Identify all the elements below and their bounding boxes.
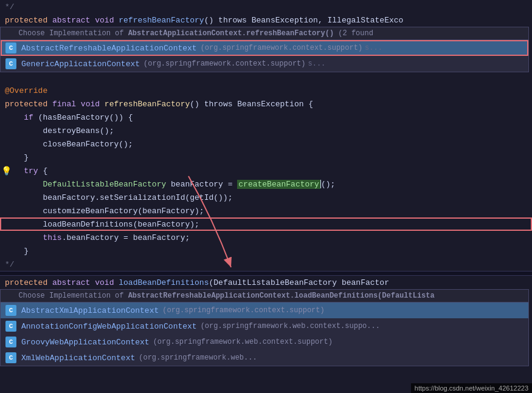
code-line-loadBeanDefinitions: loadBeanDefinitions(beanFactory); (0, 217, 532, 231)
class-icon: C (5, 321, 16, 332)
class-name: AnnotationConfigWebApplicationContext (21, 322, 197, 331)
dropdown-item-AbstractXmlApplicationContext[interactable]: C AbstractXmlApplicationContext (org.spr… (1, 302, 528, 318)
code-line-refreshFactory-impl: protected final void refreshBeanFactory(… (0, 97, 532, 111)
code-line-customizeBeanFactory: customizeBeanFactory(beanFactory); (0, 204, 532, 217)
dropdown-loadBeanDefinitions[interactable]: Choose Implementation of AbstractRefresh… (0, 289, 529, 366)
class-name: GenericApplicationContext (21, 60, 140, 69)
dropdown-refreshBeanFactory[interactable]: Choose Implementation of AbstractApplica… (0, 27, 529, 72)
dropdown-item-GroovyWebApplicationContext[interactable]: C GroovyWebApplicationContext (org.sprin… (1, 334, 528, 350)
class-icon: C (5, 305, 16, 316)
dropdown-item-XmlWebApplicationContext[interactable]: C XmlWebApplicationContext (org.springfr… (1, 350, 528, 366)
bulb-icon: 💡 (1, 166, 12, 176)
dropdown-item-GenericApplicationContext[interactable]: C GenericApplicationContext (org.springf… (1, 56, 528, 72)
class-icon: C (5, 43, 16, 53)
package-name: (org.springframework.context.support) (201, 44, 362, 52)
code-line-try: 💡 try { (0, 164, 532, 177)
code-line-thisBeanFactory: this.beanFactory = beanFactory; (0, 231, 532, 244)
extra-text: s... (308, 60, 326, 68)
package-name: (org.springframework.web... (139, 354, 257, 362)
code-line-close-brace: } (0, 151, 532, 164)
package-name: (org.springframework.web.context.support… (153, 338, 333, 346)
code-line: */ (0, 0, 532, 13)
extra-text: s... (365, 44, 382, 52)
package-name: (org.springframework.context.support) (143, 60, 305, 68)
code-line-comment2: */ (0, 258, 532, 271)
code-line-loadBeanDefinitions-abstract: protected abstract void loadBeanDefiniti… (0, 276, 532, 289)
createBeanFactory-highlight: createBeanFactory (237, 180, 320, 189)
code-line-protected: protected abstract void refreshBeanFacto… (0, 13, 532, 27)
code-line-closeBeanFactory: closeBeanFactory(); (0, 137, 532, 151)
class-icon: C (5, 337, 16, 347)
class-name: AbstractRefreshableApplicationContext (21, 44, 197, 53)
dropdown-title-2: Choose Implementation of AbstractRefresh… (1, 290, 528, 302)
package-name: (org.springframework.context.support) (162, 306, 324, 315)
class-name: GroovyWebApplicationContext (21, 338, 150, 347)
code-editor: */ protected abstract void refreshBeanFa… (0, 0, 532, 393)
code-line-override: @Override (0, 84, 532, 97)
code-line-if: if (hasBeanFactory()) { (0, 111, 532, 124)
code-line-destroyBeans: destroyBeans(); (0, 124, 532, 137)
code-line-close-try: } (0, 244, 532, 258)
dropdown-item-AbstractRefreshableApplicationContext[interactable]: C AbstractRefreshableApplicationContext … (1, 40, 528, 56)
class-icon: C (5, 58, 16, 69)
dropdown-title-1: Choose Implementation of AbstractApplica… (1, 27, 528, 40)
package-name: (org.springframework.web.context.suppo..… (201, 322, 380, 330)
class-name: XmlWebApplicationContext (21, 354, 135, 363)
class-name: AbstractXmlApplicationContext (21, 306, 159, 315)
section-divider (0, 271, 532, 276)
code-line-setSerializationId: beanFactory.setSerializationId(getId()); (0, 191, 532, 204)
dropdown-item-AnnotationConfigWebApplicationContext[interactable]: C AnnotationConfigWebApplicationContext … (1, 318, 528, 334)
watermark: https://blog.csdn.net/weixin_42612223 (411, 383, 532, 393)
code-line-defaultListable: DefaultListableBeanFactory beanFactory =… (0, 177, 532, 191)
class-icon: C (5, 352, 16, 363)
